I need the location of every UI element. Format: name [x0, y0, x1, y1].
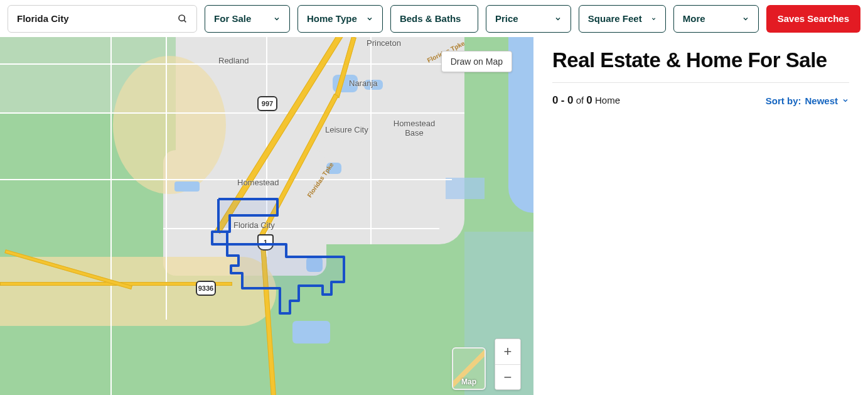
route-shield-997: 997	[257, 96, 277, 111]
filter-for-sale[interactable]: For Sale	[205, 5, 290, 33]
search-icon	[178, 14, 188, 24]
chevron-down-icon	[651, 15, 656, 23]
filter-label: Home Type	[307, 13, 357, 24]
filter-home-type[interactable]: Home Type	[297, 5, 383, 33]
divider	[552, 82, 849, 83]
filter-more[interactable]: More	[673, 5, 759, 33]
sort-dropdown[interactable]: Sort by: Newest	[766, 95, 849, 106]
zoom-out-button[interactable]: −	[495, 364, 520, 389]
map-type-toggle[interactable]: Map	[452, 347, 486, 390]
svg-point-0	[179, 15, 185, 21]
chevron-down-icon	[366, 15, 373, 23]
filter-header: For Sale Home Type Beds & Baths Price Sq…	[0, 0, 868, 37]
zoom-controls: + −	[495, 338, 521, 390]
route-shield-1: 1	[257, 234, 274, 251]
filter-label: More	[683, 13, 705, 24]
svg-line-1	[184, 20, 186, 22]
results-pane: Real Estate & Home For Sale 0 - 0 of 0 H…	[533, 37, 868, 395]
chevron-down-icon	[554, 15, 562, 23]
results-title: Real Estate & Home For Sale	[552, 48, 849, 72]
route-shield-9336: 9336	[196, 281, 216, 296]
map-pane[interactable]: 997 1 9336 Floridas Tpke Floridas Tpke R…	[0, 37, 533, 395]
chevron-down-icon	[742, 15, 749, 23]
search-input[interactable]	[17, 13, 178, 24]
filter-square-feet[interactable]: Square Feet	[579, 5, 666, 33]
chevron-down-icon	[842, 97, 849, 104]
filter-label: For Sale	[214, 13, 251, 24]
filter-label: Price	[495, 13, 518, 24]
count-dash: -	[561, 94, 567, 106]
chevron-down-icon	[273, 15, 281, 23]
sort-label: Sort by:	[766, 95, 801, 106]
count-unit: Home	[595, 95, 620, 106]
results-count: 0 - 0 of 0 Home	[552, 94, 620, 107]
count-start: 0	[552, 94, 558, 106]
filter-label: Beds & Baths	[400, 13, 461, 24]
zoom-in-button[interactable]: +	[495, 339, 520, 364]
draw-on-map-button[interactable]: Draw on Map	[441, 51, 512, 72]
filter-price[interactable]: Price	[486, 5, 571, 33]
filter-label: Square Feet	[588, 13, 642, 24]
map-toggle-label: Map	[461, 377, 476, 386]
search-wrap[interactable]	[8, 5, 197, 33]
saves-searches-button[interactable]: Saves Searches	[766, 5, 860, 33]
count-end: 0	[567, 94, 573, 106]
count-total: 0	[586, 94, 592, 106]
content: 997 1 9336 Floridas Tpke Floridas Tpke R…	[0, 37, 868, 395]
sort-value: Newest	[805, 95, 838, 106]
filter-beds-baths[interactable]: Beds & Baths	[390, 5, 478, 33]
results-bar: 0 - 0 of 0 Home Sort by: Newest	[552, 94, 849, 107]
